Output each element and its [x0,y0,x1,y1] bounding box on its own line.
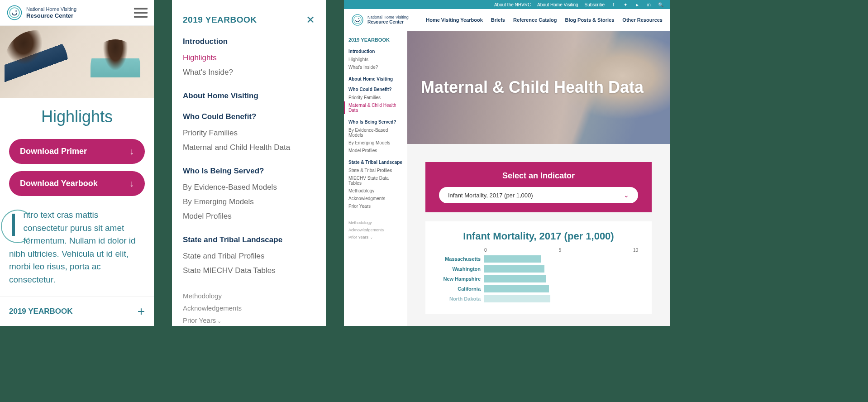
indicator-dropdown[interactable]: Infant Mortality, 2017 (per 1,000) ⌄ [439,187,638,203]
brand-logo[interactable]: National Home Visiting Resource Center [6,5,76,21]
chart-bar-row: Washington [439,265,638,273]
sidebar-heading[interactable]: Introduction [348,49,403,54]
bar-fill [484,255,541,263]
bar-fill [484,285,549,292]
download-primer-button[interactable]: Download Primer ↓ [9,139,145,164]
bar-label: New Hampshire [439,276,484,282]
nav-item[interactable]: Maternal and Child Health Data [183,140,315,155]
sidebar-item[interactable]: By Emerging Models [348,139,403,147]
desktop-view-panel: About the NHVRC About Home Visiting Subs… [344,0,670,326]
nav-footer-item[interactable]: Acknowledgements [183,302,315,314]
mobile-footer-toggle[interactable]: 2019 YEARBOOK + [0,297,154,326]
nav-link[interactable]: Home Visiting Yearbook [426,17,483,23]
brand-line1: National Home Visiting [367,15,409,19]
sidebar-item[interactable]: Maternal & Child Health Data [344,101,403,114]
nav-item[interactable]: State MIECHV Data Tables [183,263,315,278]
youtube-icon[interactable]: ▸ [634,2,640,7]
sidebar-item[interactable]: State & Tribal Profiles [348,167,403,174]
download-icon: ↓ [129,146,134,157]
axis-tick: 5 [558,248,561,253]
hero-title: Maternal & Child Health Data [421,77,644,97]
bar-fill [484,275,546,282]
logo-icon [6,5,23,21]
indicator-label: Select an Indicator [439,171,638,181]
nav-item[interactable]: Priority Families [183,126,315,140]
sidebar-item[interactable]: Priority Families [348,94,403,101]
chart-bar-row: California [439,285,638,292]
brand-line1: National Home Visiting [26,6,76,12]
logo-icon [351,14,364,26]
sidebar-heading[interactable]: Who Is Being Served? [348,120,403,124]
linkedin-icon[interactable]: in [646,2,652,7]
hamburger-menu-icon[interactable] [134,8,148,18]
topbar-link[interactable]: About Home Visiting [537,2,578,7]
indicator-selected-value: Infant Mortality, 2017 (per 1,000) [448,192,533,199]
footer-title: 2019 YEARBOOK [9,307,72,316]
bar-track [484,275,638,282]
nav-section-heading[interactable]: Introduction [183,37,315,46]
download-icon: ↓ [129,178,134,189]
sidebar-item[interactable]: Prior Years [348,202,403,210]
search-icon[interactable]: 🔍 [658,2,663,7]
nav-item[interactable]: Model Profiles [183,209,315,224]
nav-link[interactable]: Briefs [491,17,505,23]
nav-section-heading[interactable]: Who Could Benefit? [183,112,315,121]
nav-link[interactable]: Other Resources [622,17,663,23]
intro-paragraph: Intro text cras mattis consectetur purus… [0,200,154,295]
sidebar-item[interactable]: Methodology [348,187,403,195]
mobile-view-panel: National Home Visiting Resource Center H… [0,0,154,326]
logo-text: National Home Visiting Resource Center [26,6,76,19]
close-icon[interactable]: ✕ [306,14,315,26]
sidebar-bottom-footer: MethodologyAcknowledgementsPrior Years ⌄ [348,219,403,241]
sidebar-footer-item[interactable]: Acknowledgements [348,226,403,234]
topbar-link[interactable]: About the NHVRC [494,2,531,7]
chevron-down-icon: ⌄ [216,318,221,324]
topbar-link[interactable]: Subscribe [585,2,605,7]
chart-bar-row: New Hampshire [439,275,638,282]
sidebar-title: 2019 YEARBOOK [348,37,403,43]
nav-link[interactable]: Reference Catalog [513,17,557,23]
brand-logo[interactable]: National Home Visiting Resource Center [351,14,409,26]
nav-item[interactable]: By Emerging Models [183,195,315,209]
sidebar-footer-item[interactable]: Methodology [348,219,403,226]
svg-point-1 [10,8,19,18]
axis-tick: 0 [484,248,487,253]
bar-fill [484,265,544,273]
nav-item[interactable]: By Evidence-Based Models [183,180,315,195]
nav-item[interactable]: What's Inside? [183,65,315,80]
sidebar-item[interactable]: By Evidence-Based Models [348,126,403,139]
nav-section-heading[interactable]: Who Is Being Served? [183,167,315,176]
nav-item[interactable]: State and Tribal Profiles [183,249,315,263]
sidebar-heading[interactable]: Who Could Benefit? [348,87,403,92]
sidebar-item[interactable]: Model Profiles [348,147,403,154]
chart-title: Infant Mortality, 2017 (per 1,000) [439,230,638,242]
dropcap: I [9,211,18,239]
facebook-icon[interactable]: f [611,2,616,7]
chart-bar-row: North Dakota [439,295,638,302]
nav-section-heading[interactable]: About Home Visiting [183,91,315,100]
bar-track [484,295,638,302]
sidebar-heading[interactable]: State & Tribal Landscape [348,160,403,165]
sidebar-heading[interactable]: About Home Visiting [348,77,403,81]
sidebar-item[interactable]: Highlights [348,56,403,63]
twitter-icon[interactable]: ✦ [623,2,628,7]
download-yearbook-button[interactable]: Download Yearbook ↓ [9,171,145,196]
bar-label: Massachusetts [439,256,484,262]
sidebar-item[interactable]: Acknowledgments [348,195,403,202]
bar-track [484,285,638,292]
nav-section-heading[interactable]: State and Tribal Landscape [183,235,315,244]
chart-container: Infant Mortality, 2017 (per 1,000) 0 5 1… [425,221,652,314]
sidebar-item[interactable]: MIECHV State Data Tables [348,174,403,187]
sidebar-item[interactable]: What's Inside? [348,63,403,71]
hero-image [0,26,154,98]
brand-line2: Resource Center [367,19,409,25]
mobile-header: National Home Visiting Resource Center [0,0,154,26]
nav-footer-item[interactable]: Methodology [183,290,315,302]
sidebar-footer-item[interactable]: Prior Years ⌄ [348,234,403,241]
menu-header: 2019 YEARBOOK ✕ [183,14,315,26]
nav-footer-item[interactable]: Prior Years ⌄ [183,314,315,326]
sidebar-nav: 2019 YEARBOOK IntroductionHighlightsWhat… [344,31,407,326]
mobile-menu-panel: 2019 YEARBOOK ✕ IntroductionHighlightsWh… [172,0,326,326]
nav-link[interactable]: Blog Posts & Stories [565,17,615,23]
nav-item[interactable]: Highlights [183,51,315,65]
